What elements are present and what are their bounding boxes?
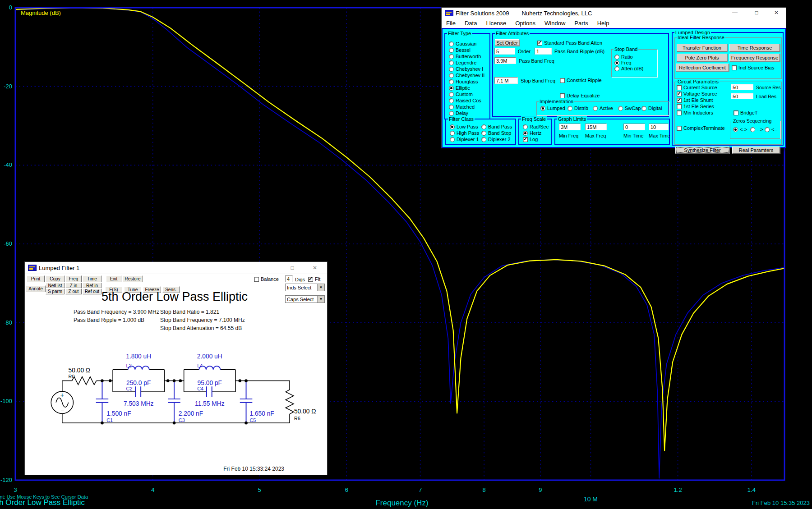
radio-freq[interactable]: Freq bbox=[614, 60, 632, 65]
radio-raised-cos[interactable]: Raised Cos bbox=[449, 98, 481, 103]
radio-chebyshev-i[interactable]: Chebyshev I bbox=[449, 66, 483, 72]
caps-select-dropdown[interactable]: Caps Select ▼ bbox=[285, 295, 325, 303]
time-response-button[interactable]: Time Response bbox=[729, 44, 780, 51]
radio-diplexer-2[interactable]: Diplexer 2 bbox=[481, 137, 511, 142]
radio-elliptic[interactable]: Elliptic bbox=[449, 85, 470, 91]
radio-active[interactable]: Active bbox=[593, 105, 613, 111]
radio-hourglass[interactable]: Hourglass bbox=[449, 79, 478, 84]
checkbox-fit[interactable]: Fit bbox=[308, 276, 320, 282]
radio-digital[interactable]: Digital bbox=[641, 105, 662, 111]
radio-legendre[interactable]: Legendre bbox=[449, 60, 477, 65]
menu-help[interactable]: Help bbox=[593, 20, 614, 27]
synthesize-filter-button[interactable]: Synthesize Filter bbox=[675, 147, 729, 154]
checkbox-min-inductors[interactable]: Min Inductors bbox=[677, 110, 713, 115]
radio-swcap[interactable]: SwCap bbox=[618, 105, 641, 111]
source-res-field[interactable]: 50 bbox=[731, 84, 753, 90]
radio-custom[interactable]: Custom bbox=[449, 92, 473, 97]
radio-zeros-seq-2[interactable]: <-- bbox=[765, 127, 778, 132]
annote-button[interactable]: Annote bbox=[26, 285, 46, 292]
checkbox-standard-pass-band-atten[interactable]: Standard Pass Band Atten bbox=[537, 40, 602, 46]
radio-icon bbox=[449, 111, 454, 116]
minimize-icon[interactable]: — bbox=[731, 9, 739, 17]
pass-band-freq-field[interactable]: 3.9M bbox=[494, 57, 516, 64]
maximize-icon[interactable]: □ bbox=[288, 264, 296, 272]
radio-delay[interactable]: Delay bbox=[449, 110, 468, 116]
set-order-button[interactable]: Set Order bbox=[495, 39, 519, 46]
checkbox-current-source[interactable]: Current Source bbox=[677, 85, 717, 90]
close-icon[interactable]: ✕ bbox=[311, 264, 319, 272]
radio-chebyshev-ii[interactable]: Chebyshev II bbox=[449, 73, 484, 78]
radio-gaussian[interactable]: Gaussian bbox=[449, 41, 476, 46]
z-out-button[interactable]: Z out bbox=[65, 289, 82, 294]
checkbox-incl-source-bias[interactable]: Incl Source Bias bbox=[732, 65, 774, 70]
checkbox-1st-ele-shunt[interactable]: 1st Ele Shunt bbox=[677, 97, 713, 103]
frequency-response-button[interactable]: Frequency Response bbox=[729, 54, 780, 61]
s-parm-button[interactable]: S parm bbox=[46, 289, 65, 294]
print-button[interactable]: Print bbox=[27, 275, 45, 282]
checkbox-complexterminate[interactable]: ComplexTerminate bbox=[677, 125, 725, 131]
radio-band-pass[interactable]: Band Pass bbox=[481, 124, 512, 129]
max-freq-field[interactable]: 15M bbox=[585, 124, 607, 130]
transfer-function-button[interactable]: Transfer Function bbox=[677, 44, 727, 51]
radio-rad-sec[interactable]: Rad/Sec bbox=[523, 124, 549, 129]
capacitor-c4[interactable] bbox=[207, 386, 212, 397]
radio-zeros-seq-1[interactable]: --> bbox=[750, 127, 763, 132]
radio-band-stop[interactable]: Band Stop bbox=[481, 130, 511, 136]
radio-low-pass[interactable]: Low Pass bbox=[450, 124, 478, 129]
copy-button[interactable]: Copy bbox=[46, 275, 65, 282]
z-in-button[interactable]: Z in bbox=[65, 283, 82, 288]
radio-matched[interactable]: Matched bbox=[449, 104, 475, 110]
checkbox-delay-equalize[interactable]: Delay Equalize bbox=[560, 93, 600, 98]
ripple-field[interactable]: 1 bbox=[535, 48, 552, 55]
filter-solutions-titlebar[interactable]: Filter Solutions 2009Nuhertz Technologie… bbox=[442, 8, 786, 19]
ref-in-button[interactable]: Ref in bbox=[83, 283, 102, 288]
radio-butterworth[interactable]: Butterworth bbox=[449, 54, 481, 59]
exit-button[interactable]: Exit bbox=[106, 275, 121, 282]
menu-options[interactable]: Options bbox=[511, 20, 540, 27]
checkbox-1st-ele-series[interactable]: 1st Ele Series bbox=[677, 104, 714, 109]
stop-band-freq-field[interactable]: 7.1 M bbox=[494, 77, 518, 84]
real-paramters-button[interactable]: Real Paramters bbox=[732, 147, 780, 154]
minimize-icon[interactable]: — bbox=[266, 264, 274, 272]
radio-bessel[interactable]: Bessel bbox=[449, 47, 471, 53]
radio-distrib[interactable]: Distrib bbox=[567, 105, 588, 111]
radio-zeros-seq-0[interactable]: <-> bbox=[733, 127, 747, 132]
maximize-icon[interactable]: □ bbox=[752, 9, 761, 17]
radio-ratio[interactable]: Ratio bbox=[614, 54, 633, 60]
max-time-field[interactable]: 10 bbox=[649, 124, 669, 130]
lumped-filter-titlebar[interactable]: Lumped Filter 1 — □ ✕ bbox=[25, 262, 327, 274]
time-button[interactable]: Time bbox=[83, 275, 102, 282]
pole-zero-plots-button[interactable]: Pole Zero Plots bbox=[677, 54, 727, 61]
resistor-r0[interactable] bbox=[72, 377, 96, 385]
radio-diplexer-1[interactable]: Diplexer 1 bbox=[450, 137, 479, 142]
menu-window[interactable]: Window bbox=[540, 20, 570, 27]
checkbox-constrict-ripple[interactable]: Constrict Ripple bbox=[560, 78, 602, 83]
min-time-field[interactable]: 0 bbox=[623, 124, 645, 130]
order-field[interactable]: 5 bbox=[494, 48, 515, 55]
menu-parts[interactable]: Parts bbox=[570, 20, 592, 27]
menu-license[interactable]: License bbox=[481, 20, 511, 27]
checkbox-voltage-source[interactable]: Voltage Source bbox=[677, 91, 717, 96]
radio-atten-db[interactable]: Atten (dB) bbox=[614, 66, 644, 71]
reflection-coefficient-button[interactable]: Reflection Coefficient bbox=[676, 64, 729, 71]
min-freq-field[interactable]: 3M bbox=[559, 124, 581, 130]
netlist-button[interactable]: NetList bbox=[46, 283, 65, 288]
radio-hertz[interactable]: Hertz bbox=[523, 130, 541, 136]
capacitor-c2[interactable] bbox=[135, 386, 141, 397]
chevron-down-icon[interactable]: ▼ bbox=[317, 284, 324, 291]
checkbox-balance[interactable]: Balance bbox=[254, 276, 279, 282]
load-res-field[interactable]: 50 bbox=[731, 93, 753, 99]
close-icon[interactable]: ✕ bbox=[772, 9, 780, 17]
inds-select-dropdown[interactable]: Inds Select ▼ bbox=[285, 284, 325, 291]
checkbox-log[interactable]: Log bbox=[523, 137, 538, 142]
radio-high-pass[interactable]: High Pass bbox=[450, 130, 479, 136]
restore-button[interactable]: Restore bbox=[122, 275, 143, 282]
checkbox-bridget[interactable]: BridgeT bbox=[734, 110, 758, 115]
digs-field[interactable]: 4 bbox=[285, 275, 293, 282]
freq-button[interactable]: Freq bbox=[65, 275, 82, 282]
resistor-r6[interactable] bbox=[286, 390, 294, 414]
menu-data[interactable]: Data bbox=[460, 20, 481, 27]
chevron-down-icon[interactable]: ▼ bbox=[317, 296, 324, 303]
menu-file[interactable]: File bbox=[442, 20, 460, 27]
radio-lumped[interactable]: Lumped bbox=[540, 105, 565, 111]
